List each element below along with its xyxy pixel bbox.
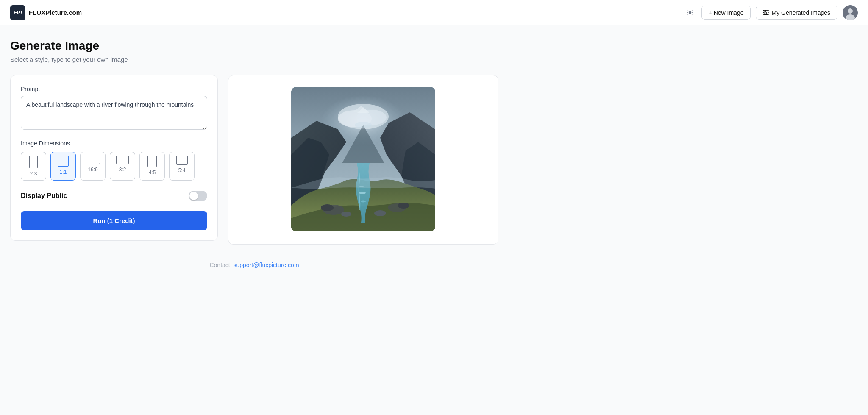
page-subtitle: Select a style, type to get your own ima… xyxy=(10,56,498,63)
prompt-textarea[interactable]: A beautiful landscape with a river flowi… xyxy=(21,96,207,130)
display-public-toggle[interactable] xyxy=(189,191,207,201)
my-generated-images-button[interactable]: 🖼 My Generated Images xyxy=(756,6,837,20)
svg-point-21 xyxy=(359,192,366,194)
dimensions-grid: 2:31:116:93:24:55:4 xyxy=(21,152,207,181)
dimension-option-3-2[interactable]: 3:2 xyxy=(110,152,135,181)
footer: Contact: support@fluxpicture.com xyxy=(10,262,498,282)
svg-point-22 xyxy=(361,201,366,203)
avatar[interactable] xyxy=(843,5,858,20)
header-right: ☀ + New Image 🖼 My Generated Images xyxy=(684,5,858,20)
sun-icon: ☀ xyxy=(686,8,694,18)
page-title: Generate Image xyxy=(10,39,498,53)
display-public-label: Display Public xyxy=(21,192,67,200)
svg-point-16 xyxy=(321,204,334,211)
dimension-icon-2-3 xyxy=(29,156,38,168)
gallery-icon: 🖼 xyxy=(763,9,769,16)
new-image-button[interactable]: + New Image xyxy=(701,6,751,20)
run-button-label: Run (1 Credit) xyxy=(93,217,135,224)
dimension-label-16-9: 16:9 xyxy=(88,167,97,173)
header: FP/ FLUXPicture.com ☀ + New Image 🖼 My G… xyxy=(0,0,868,25)
dimension-label-4-5: 4:5 xyxy=(149,170,156,175)
dimension-label-5-4: 5:4 xyxy=(178,167,186,173)
form-panel: Prompt A beautiful landscape with a rive… xyxy=(10,75,218,241)
dimension-option-4-5[interactable]: 4:5 xyxy=(139,152,165,181)
dimension-option-1-1[interactable]: 1:1 xyxy=(50,152,76,181)
display-public-row: Display Public xyxy=(21,191,207,201)
dimension-icon-4-5 xyxy=(147,156,157,167)
dimension-icon-5-4 xyxy=(176,156,188,165)
dimension-icon-3-2 xyxy=(116,156,129,164)
svg-point-24 xyxy=(355,122,372,128)
logo-icon: FP/ xyxy=(10,5,25,20)
dimension-icon-1-1 xyxy=(58,156,69,167)
main-content: Generate Image Select a style, type to g… xyxy=(0,25,509,295)
dimension-option-2-3[interactable]: 2:3 xyxy=(21,152,46,181)
run-button[interactable]: Run (1 Credit) xyxy=(21,211,207,230)
image-panel xyxy=(228,75,498,245)
prompt-label: Prompt xyxy=(21,86,207,92)
dimensions-section: Image Dimensions 2:31:116:93:24:55:4 xyxy=(21,140,207,181)
svg-point-1 xyxy=(848,8,853,14)
content-area: Prompt A beautiful landscape with a rive… xyxy=(10,75,498,245)
theme-toggle-button[interactable]: ☀ xyxy=(684,5,696,20)
avatar-image xyxy=(843,5,858,20)
dimension-label-3-2: 3:2 xyxy=(119,167,126,173)
new-image-label: + New Image xyxy=(709,9,744,16)
dimension-option-5-4[interactable]: 5:4 xyxy=(169,152,195,181)
svg-point-19 xyxy=(341,212,351,217)
landscape-image xyxy=(291,87,435,231)
logo-text: FLUXPicture.com xyxy=(29,9,82,16)
generated-image-container xyxy=(291,87,435,233)
dimension-label-1-1: 1:1 xyxy=(60,169,67,175)
logo-area[interactable]: FP/ FLUXPicture.com xyxy=(10,5,82,20)
dimensions-label: Image Dimensions xyxy=(21,140,207,147)
contact-prefix: Contact: xyxy=(209,262,233,268)
dimension-label-2-3: 2:3 xyxy=(30,171,37,177)
svg-point-20 xyxy=(374,210,386,216)
svg-point-18 xyxy=(398,203,409,209)
contact-email-link[interactable]: support@fluxpicture.com xyxy=(233,262,299,268)
dimension-icon-16-9 xyxy=(86,156,100,164)
my-images-label: My Generated Images xyxy=(771,9,830,16)
dimension-option-16-9[interactable]: 16:9 xyxy=(80,152,106,181)
